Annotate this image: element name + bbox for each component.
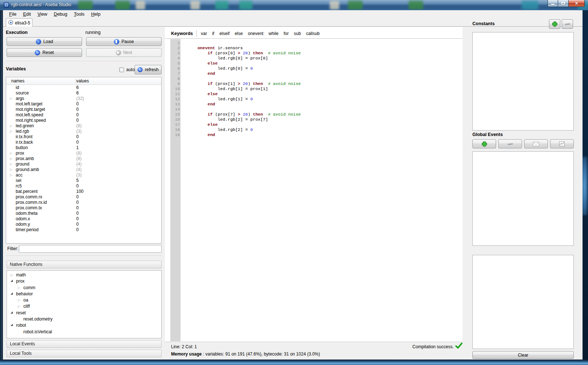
keyword-button[interactable]: sub <box>291 30 303 37</box>
expand-arrow-icon[interactable] <box>18 317 22 321</box>
expand-arrow-icon[interactable] <box>10 167 14 172</box>
variable-row[interactable]: prox.comm.rx.id 0 <box>6 200 161 205</box>
expand-arrow-icon[interactable] <box>10 85 14 90</box>
variable-row[interactable]: sel 5 <box>6 178 161 183</box>
refresh-button[interactable]: ↻ refresh <box>135 65 162 74</box>
tab-elisa3-5[interactable]: elisa3-5 <box>6 18 32 27</box>
variable-row[interactable]: source 6 <box>6 90 161 96</box>
tree-item[interactable]: robot.isVertical <box>7 329 161 335</box>
menu-item[interactable]: Edit <box>20 11 34 18</box>
keyword-button[interactable]: var <box>198 30 210 37</box>
expand-arrow-icon[interactable] <box>10 145 14 151</box>
expand-arrow-icon[interactable] <box>18 330 22 334</box>
tree-item[interactable]: behavior <box>7 291 161 297</box>
column-header-names[interactable]: names <box>11 78 24 84</box>
expand-arrow-icon[interactable] <box>10 140 14 145</box>
variable-row[interactable]: timer.period 0 <box>6 227 161 233</box>
keyword-button[interactable]: else <box>232 30 245 37</box>
variable-row[interactable]: prox.comm.tx 0 <box>6 205 161 211</box>
variable-row[interactable]: led.rgb (3) <box>6 129 161 134</box>
variable-row[interactable]: prox.comm.rx 0 <box>6 194 161 200</box>
expand-arrow-icon[interactable] <box>10 189 14 194</box>
expand-arrow-icon[interactable] <box>11 324 13 326</box>
expand-arrow-icon[interactable] <box>10 183 14 189</box>
menu-item[interactable]: Help <box>88 11 104 18</box>
keyword-button[interactable]: for <box>281 30 291 37</box>
tree-item[interactable]: robot <box>7 322 161 328</box>
expand-arrow-icon[interactable] <box>10 227 14 233</box>
variable-row[interactable]: led.green (8) <box>6 123 161 129</box>
variable-row[interactable]: acc (3) <box>6 172 161 178</box>
expand-arrow-icon[interactable] <box>10 118 14 123</box>
variable-row[interactable]: mot.left.speed 0 <box>6 112 161 118</box>
code-text-area[interactable]: 1onevent ir.sensors 2 if (prox[0] > 20) … <box>165 40 461 137</box>
expand-arrow-icon[interactable] <box>10 211 14 216</box>
variable-row[interactable]: rc5 0 <box>6 183 161 189</box>
expand-arrow-icon[interactable] <box>10 178 14 183</box>
expand-arrow-icon[interactable] <box>10 129 14 134</box>
expand-arrow-icon[interactable] <box>11 292 13 295</box>
expand-arrow-icon[interactable] <box>10 216 14 222</box>
tree-item[interactable]: reset.odometry <box>7 316 161 322</box>
variable-row[interactable]: ir.tx.back 0 <box>6 140 161 145</box>
variable-row[interactable]: ground (4) <box>6 162 161 167</box>
variable-row[interactable]: mot.right.speed 0 <box>6 118 161 123</box>
expand-arrow-icon[interactable] <box>10 156 14 162</box>
column-header-values[interactable]: values <box>76 78 89 84</box>
menu-item[interactable]: Debug <box>51 11 71 18</box>
expand-arrow-icon[interactable] <box>18 286 22 290</box>
variable-row[interactable]: odom.x 0 <box>6 216 161 222</box>
expand-arrow-icon[interactable] <box>10 90 14 96</box>
local-events-header[interactable]: Local Events <box>7 340 162 348</box>
tree-item[interactable]: math <box>7 272 161 278</box>
variable-row[interactable]: ir.tx.front 0 <box>6 134 161 140</box>
variable-row[interactable]: args (32) <box>6 96 161 101</box>
expand-arrow-icon[interactable] <box>10 101 14 107</box>
maximize-button[interactable] <box>558 0 568 7</box>
expand-arrow-icon[interactable] <box>10 222 14 227</box>
filter-input[interactable] <box>19 245 162 253</box>
variable-row[interactable]: mot.right.target 0 <box>6 107 161 112</box>
add-constant-button[interactable] <box>549 19 560 29</box>
expand-arrow-icon[interactable] <box>18 298 22 302</box>
tree-item[interactable]: reset <box>7 310 161 316</box>
menu-item[interactable]: Tools <box>70 11 88 18</box>
variable-row[interactable]: id 6 <box>6 85 161 90</box>
close-button[interactable]: × <box>568 0 585 7</box>
menu-item[interactable]: View <box>34 11 51 18</box>
expand-arrow-icon[interactable] <box>10 107 14 112</box>
local-tools-header[interactable]: Local Tools <box>7 350 162 357</box>
expand-arrow-icon[interactable] <box>10 151 14 156</box>
variable-row[interactable]: prox.amb (8) <box>6 156 161 162</box>
expand-arrow-icon[interactable] <box>11 311 13 314</box>
variable-row[interactable]: ground.amb (4) <box>6 167 161 172</box>
global-events-list[interactable] <box>472 151 574 246</box>
tree-item[interactable]: cliff <box>7 303 161 309</box>
expand-arrow-icon[interactable] <box>10 134 14 140</box>
variable-row[interactable]: bat.percent 100 <box>6 189 161 194</box>
variable-row[interactable]: prox (8) <box>6 151 161 156</box>
variable-row[interactable]: button 1 <box>6 145 161 151</box>
expand-arrow-icon[interactable] <box>10 112 14 118</box>
expand-arrow-icon[interactable] <box>10 96 14 101</box>
native-functions-tree[interactable]: math prox comm behavior oa cliff reset r… <box>7 270 162 338</box>
variables-table[interactable]: names values id 6 source 6 args (32) mot… <box>6 77 162 244</box>
expand-arrow-icon[interactable] <box>11 280 13 282</box>
reset-button[interactable]: ↻ Reset <box>7 48 82 57</box>
keyword-button[interactable]: callsub <box>303 30 322 37</box>
window-titlebar[interactable]: rgb-control.aesl - Aseba Studio <box>0 0 588 10</box>
expand-arrow-icon[interactable] <box>10 205 14 211</box>
expand-arrow-icon[interactable] <box>11 273 14 277</box>
tree-item[interactable]: oa <box>7 297 161 303</box>
expand-arrow-icon[interactable] <box>18 304 22 308</box>
auto-refresh-checkbox[interactable] <box>119 67 124 72</box>
tree-item[interactable]: comm <box>7 284 161 291</box>
add-event-button[interactable] <box>472 139 496 148</box>
event-log[interactable] <box>472 255 574 349</box>
minimize-button[interactable] <box>548 0 558 7</box>
pause-button[interactable]: Pause <box>86 37 162 46</box>
menu-item[interactable]: File <box>6 11 20 18</box>
constants-list[interactable] <box>472 32 574 131</box>
expand-arrow-icon[interactable] <box>10 194 14 200</box>
keyword-button[interactable]: onevent <box>245 30 266 37</box>
